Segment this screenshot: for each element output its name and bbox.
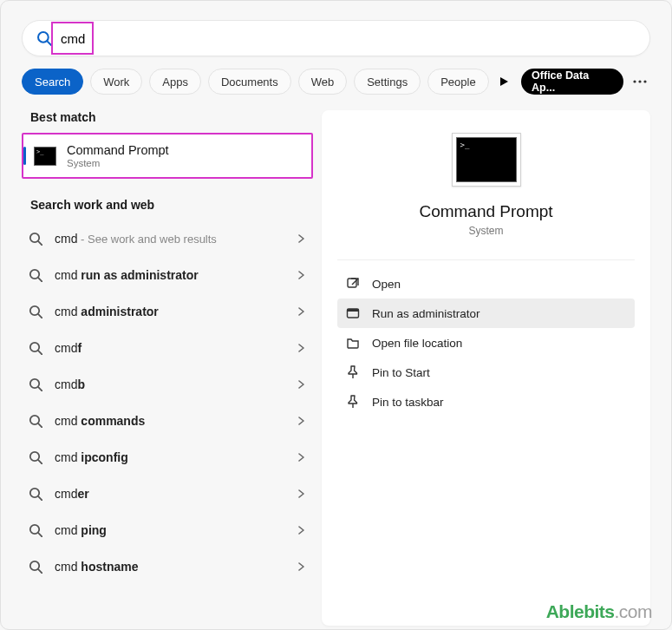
suggestion-text: cmder (55, 487, 290, 501)
chevron-right-icon (297, 489, 306, 498)
suggestion-row[interactable]: cmd - See work and web results (22, 220, 313, 257)
suggestion-text: cmd commands (55, 414, 290, 428)
tab-work[interactable]: Work (90, 69, 142, 95)
best-match-result[interactable]: Command Prompt System (22, 133, 313, 179)
pin-icon (346, 395, 360, 409)
more-tabs-arrow[interactable] (496, 77, 514, 86)
best-match-title: Command Prompt (67, 143, 169, 157)
action-label: Pin to Start (372, 366, 430, 379)
suggestion-row[interactable]: cmd hostname (22, 548, 313, 585)
tab-apps[interactable]: Apps (149, 69, 201, 95)
filter-tabs: SearchWorkAppsDocumentsWebSettingsPeople… (22, 69, 650, 95)
action-label: Run as administrator (372, 307, 480, 320)
tab-documents[interactable]: Documents (208, 69, 291, 95)
action-label: Open file location (372, 337, 462, 350)
search-bar[interactable] (22, 20, 650, 56)
search-icon (29, 305, 42, 318)
tab-search[interactable]: Search (22, 69, 83, 95)
chevron-right-icon (297, 344, 306, 352)
folder-icon (346, 336, 360, 350)
suggestion-text: cmdb (55, 377, 290, 391)
search-icon (29, 268, 42, 282)
suggestion-row[interactable]: cmdb (22, 366, 313, 403)
search-icon (29, 341, 42, 355)
tab-web[interactable]: Web (298, 69, 348, 95)
action-label: Open (372, 278, 401, 291)
action-open-file-location[interactable]: Open file location (337, 328, 635, 358)
divider (337, 259, 635, 260)
office-data-pill[interactable]: Office Data Ap... (521, 69, 623, 95)
suggestion-row[interactable]: cmd administrator (22, 293, 313, 330)
suggestion-row[interactable]: cmd commands (22, 403, 313, 439)
chevron-right-icon (297, 453, 306, 462)
search-icon (29, 232, 42, 246)
admin-icon (346, 306, 360, 320)
preview-panel: Command Prompt System OpenRun as adminis… (322, 110, 650, 626)
dots-icon (633, 80, 647, 83)
search-icon (29, 523, 42, 537)
suggestion-text: cmd ping (55, 523, 290, 537)
search-icon (29, 414, 42, 428)
suggestion-row[interactable]: cmd ping (22, 512, 313, 548)
action-run-as-administrator[interactable]: Run as administrator (337, 299, 635, 328)
suggestion-row[interactable]: cmd ipconfig (22, 439, 313, 476)
pin-icon (346, 365, 360, 379)
preview-thumbnail-frame (452, 133, 521, 187)
suggestion-text: cmd hostname (55, 560, 290, 574)
command-prompt-icon (34, 147, 56, 166)
chevron-right-icon (297, 271, 306, 279)
search-icon (29, 487, 42, 501)
action-pin-to-taskbar[interactable]: Pin to taskbar (337, 387, 635, 417)
open-icon (346, 277, 360, 291)
suggestion-row[interactable]: cmdf (22, 330, 313, 366)
suggestion-row[interactable]: cmder (22, 476, 313, 512)
search-icon (29, 560, 42, 574)
suggestion-text: cmd run as administrator (55, 268, 290, 282)
command-prompt-icon (456, 137, 517, 182)
search-icon (29, 377, 42, 391)
tab-settings[interactable]: Settings (354, 69, 421, 95)
action-open[interactable]: Open (337, 269, 635, 299)
chevron-right-icon (297, 417, 306, 425)
chevron-right-icon (297, 234, 306, 243)
best-match-subtitle: System (67, 158, 169, 168)
suggestion-text: cmd ipconfig (55, 450, 290, 464)
results-panel: Best match Command Prompt System Search … (1, 110, 322, 626)
action-pin-to-start[interactable]: Pin to Start (337, 358, 635, 387)
best-match-heading: Best match (30, 110, 313, 124)
preview-subtitle: System (468, 225, 503, 237)
search-input[interactable] (61, 31, 636, 46)
suggestion-row[interactable]: cmd run as administrator (22, 257, 313, 293)
chevron-right-icon (297, 380, 306, 389)
chevron-right-icon (297, 526, 306, 535)
search-icon (29, 450, 42, 464)
search-icon (36, 30, 52, 46)
suggestion-text: cmd - See work and web results (55, 232, 290, 246)
preview-title: Command Prompt (419, 202, 552, 221)
action-label: Pin to taskbar (372, 396, 444, 409)
chevron-right-icon (297, 307, 306, 316)
suggestion-text: cmdf (55, 341, 290, 355)
suggestion-text: cmd administrator (55, 305, 290, 318)
play-icon (500, 77, 509, 86)
watermark: Ablebits.com (546, 601, 652, 622)
tab-people[interactable]: People (427, 69, 488, 95)
overflow-menu[interactable] (630, 80, 650, 83)
chevron-right-icon (297, 562, 306, 571)
suggestions-heading: Search work and web (30, 198, 313, 212)
